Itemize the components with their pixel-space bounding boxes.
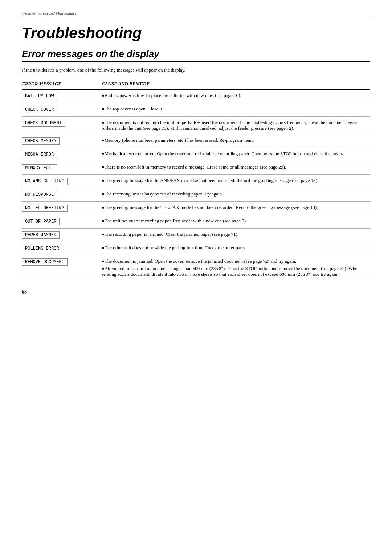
- error-code-cell: NO ANS GREETING: [22, 175, 102, 188]
- cause-remedy-cell: ●The receiving unit is busy or out of re…: [102, 188, 370, 202]
- cause-remedy-cell: ●The recording paper is jammed. Clear th…: [102, 229, 370, 242]
- cause-remedy-cell: ●The unit ran out of recording paper. Re…: [102, 215, 370, 229]
- error-code: CHECK COVER: [22, 106, 57, 113]
- error-code: NO RESPONSE: [22, 191, 57, 198]
- error-code-cell: POLLING ERROR: [22, 242, 102, 255]
- cause-remedy-cell: ●Mechanical error occurred. Open the cov…: [102, 148, 370, 161]
- cause-remedy-cell: ●The other unit does not provide the pol…: [102, 242, 370, 255]
- error-code: OUT OF PAPER: [22, 218, 60, 225]
- table-row: MECHA ERROR●Mechanical error occurred. O…: [22, 148, 370, 161]
- error-code: PAPER JAMMED: [22, 231, 60, 239]
- section-title: Error messages on the display: [22, 48, 370, 62]
- error-code-cell: REMOVE DOCUMENT: [22, 255, 102, 282]
- col-header-cause-remedy: CAUSE AND REMEDY: [102, 80, 370, 89]
- error-code-cell: CHECK MEMORY: [22, 134, 102, 148]
- error-code-cell: MECHA ERROR: [22, 148, 102, 161]
- table-row: PAPER JAMMED●The recording paper is jamm…: [22, 229, 370, 242]
- cause-text: ●The document is jammed. Open the cover,…: [102, 258, 370, 264]
- cause-remedy-cell: ●The top cover is open. Close it.: [102, 103, 370, 117]
- error-code-cell: BATTERY LOW: [22, 89, 102, 103]
- error-code: BATTERY LOW: [22, 93, 57, 100]
- table-row: REMOVE DOCUMENT●The document is jammed. …: [22, 255, 370, 282]
- table-row: NO ANS GREETING●The greeting message for…: [22, 175, 370, 188]
- error-code-cell: MEMORY FULL: [22, 161, 102, 175]
- table-row: NO RESPONSE●The receiving unit is busy o…: [22, 188, 370, 202]
- cause-remedy-cell: ●The document is not fed into the unit p…: [102, 117, 370, 134]
- error-code-cell: NO TEL GREETING: [22, 202, 102, 215]
- error-table: ERROR MESSAGE CAUSE AND REMEDY BATTERY L…: [22, 80, 370, 282]
- page-number: 68: [22, 289, 370, 295]
- error-code: CHECK DOCUMENT: [22, 120, 65, 127]
- cause-remedy-cell: ●Battery power is low. Replace the batte…: [102, 89, 370, 103]
- cause-remedy-cell: ●The greeting message for the TEL/FAX mo…: [102, 202, 370, 215]
- table-row: CHECK COVER●The top cover is open. Close…: [22, 103, 370, 117]
- table-row: CHECK DOCUMENT●The document is not fed i…: [22, 117, 370, 134]
- intro-text: If the unit detects a problem, one of th…: [22, 67, 370, 73]
- cause-remedy-cell: ●The document is jammed. Open the cover,…: [102, 255, 370, 282]
- error-code: POLLING ERROR: [22, 245, 62, 252]
- error-code: CHECK MEMORY: [22, 137, 60, 145]
- table-row: CHECK MEMORY●Memory (phone numbers, para…: [22, 134, 370, 148]
- error-code-cell: NO RESPONSE: [22, 188, 102, 202]
- table-row: MEMORY FULL●There is no room left in mem…: [22, 161, 370, 175]
- cause-remedy-cell: ●Memory (phone numbers, parameters, etc.…: [102, 134, 370, 148]
- error-code-cell: OUT OF PAPER: [22, 215, 102, 229]
- cause-remedy-cell: ●The greeting message for the ANS/FAX mo…: [102, 175, 370, 188]
- table-row: OUT OF PAPER●The unit ran out of recordi…: [22, 215, 370, 229]
- error-code: MEMORY FULL: [22, 164, 57, 171]
- error-code: NO ANS GREETING: [22, 178, 68, 185]
- cause-text: ●Attempted to transmit a document longer…: [102, 266, 370, 277]
- col-header-error-message: ERROR MESSAGE: [22, 80, 102, 89]
- cause-remedy-cell: ●There is no room left in memory to reco…: [102, 161, 370, 175]
- table-row: POLLING ERROR●The other unit does not pr…: [22, 242, 370, 255]
- error-code: REMOVE DOCUMENT: [22, 258, 68, 266]
- error-code-cell: CHECK COVER: [22, 103, 102, 117]
- error-code-cell: CHECK DOCUMENT: [22, 117, 102, 134]
- page-title: Troubleshooting: [22, 24, 370, 42]
- error-code: NO TEL GREETING: [22, 205, 68, 212]
- breadcrumb: Troubleshooting and Maintenance: [22, 11, 370, 17]
- error-code: MECHA ERROR: [22, 151, 57, 158]
- table-row: NO TEL GREETING●The greeting message for…: [22, 202, 370, 215]
- table-row: BATTERY LOW●Battery power is low. Replac…: [22, 89, 370, 103]
- error-code-cell: PAPER JAMMED: [22, 229, 102, 242]
